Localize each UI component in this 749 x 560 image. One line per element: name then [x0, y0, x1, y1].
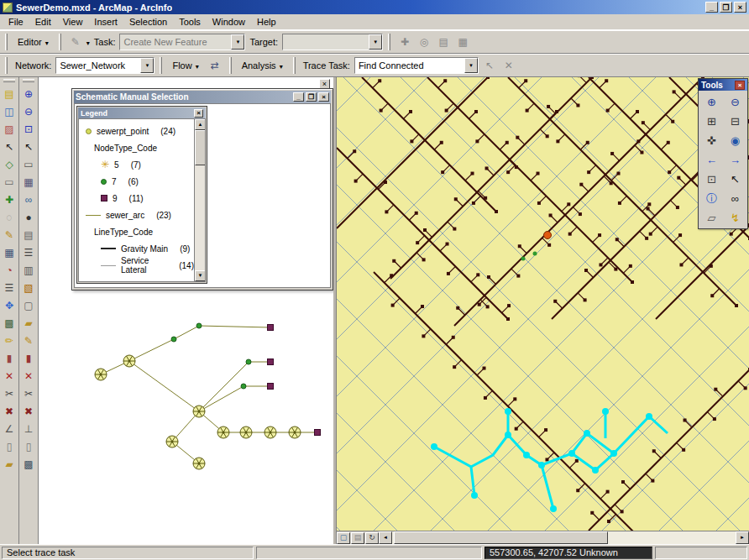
fixed-zoom-in-button[interactable]: ⊞ — [700, 112, 723, 130]
anchor-button[interactable]: ⊥ — [20, 421, 37, 437]
select-pointer-button[interactable]: ↖ — [20, 139, 37, 154]
schematic-window-titlebar[interactable]: Schematic Manual Selection _ ❐ × — [74, 91, 331, 103]
table-button[interactable]: ▤ — [20, 227, 37, 243]
select-features-button[interactable]: ⊡ — [700, 170, 723, 188]
delete-button[interactable]: ✕ — [1, 368, 18, 384]
list-button[interactable]: ☰ — [1, 280, 18, 296]
map-canvas[interactable] — [337, 77, 749, 531]
remove-button[interactable]: ✖ — [20, 403, 37, 419]
folder-button[interactable]: ▰ — [1, 456, 18, 472]
folder-open-button[interactable]: ▰ — [20, 315, 37, 331]
rotate-button[interactable]: ◔ — [1, 262, 18, 278]
schematic-close-button[interactable]: × — [318, 92, 329, 102]
combo-dropdown-icon[interactable] — [464, 58, 478, 73]
combo-dropdown-icon[interactable] — [140, 58, 154, 73]
menu-window[interactable]: Window — [207, 15, 251, 29]
snap-grid-button[interactable]: ▦ — [20, 174, 37, 190]
pencil-button[interactable]: ✏ — [1, 332, 18, 348]
fixed-zoom-out-button[interactable]: ⊟ — [724, 112, 746, 130]
print-button[interactable]: ▥ — [20, 262, 37, 278]
flow-menu-button[interactable]: Flow — [167, 58, 203, 73]
refresh-view-button[interactable]: ↻ — [365, 532, 379, 544]
overlay-button[interactable]: ▩ — [20, 456, 37, 472]
identify-button[interactable]: ⓘ — [700, 189, 723, 207]
analysis-menu-button[interactable]: Analysis — [237, 58, 288, 73]
legend-scroll-track[interactable] — [195, 130, 205, 270]
toolbar-grip[interactable] — [5, 57, 8, 74]
close-shape-button[interactable]: ✖ — [1, 403, 18, 419]
add-layer-button[interactable]: ◫ — [1, 103, 18, 119]
toolbar-grip[interactable] — [160, 57, 162, 74]
go-back-button[interactable]: ← — [700, 150, 723, 169]
zoom-out-button[interactable]: ⊖ — [724, 92, 746, 111]
zoom-box-button[interactable]: ⊡ — [20, 121, 37, 137]
paste-button[interactable]: ▯ — [20, 438, 37, 454]
tools-palette-titlebar[interactable]: Tools × — [699, 79, 747, 91]
layout-view-button[interactable]: ▤ — [351, 532, 364, 544]
schematic-minimize-button[interactable]: _ — [293, 92, 304, 102]
network-combobox[interactable]: Sewer_Network — [55, 57, 155, 74]
sketch-tool-button[interactable]: ✎ — [66, 33, 85, 51]
close-button[interactable]: × — [734, 2, 746, 13]
list-view-button[interactable]: ☰ — [20, 244, 37, 260]
eraser-button[interactable]: ▮ — [1, 350, 18, 366]
toolbar-grip[interactable] — [59, 34, 61, 50]
chart-button[interactable]: ▧ — [20, 280, 37, 296]
measure-button[interactable]: ▱ — [700, 208, 723, 227]
scroll-down-icon[interactable]: ▼ — [195, 270, 206, 281]
schematic-maximize-button[interactable]: ❐ — [306, 92, 317, 102]
toolbar-grip[interactable] — [388, 34, 390, 50]
clear-results-button[interactable]: ✕ — [500, 56, 518, 75]
legend-scroll-thumb[interactable] — [195, 130, 206, 165]
sketch-button[interactable]: ✎ — [1, 227, 18, 243]
maximize-button[interactable]: ❐ — [720, 2, 732, 13]
crosshair-button[interactable]: ✚ — [395, 33, 414, 51]
scissors-button[interactable]: ✂ — [20, 385, 37, 401]
map-scroll-track[interactable] — [392, 531, 736, 544]
schematic-canvas[interactable] — [39, 294, 336, 542]
target-point-button[interactable]: ◎ — [415, 33, 433, 51]
chevron-down-icon[interactable] — [86, 37, 90, 47]
find-button[interactable]: ∞ — [724, 189, 746, 207]
toolbar-grip[interactable] — [5, 34, 8, 50]
editor-menu-button[interactable]: Editor — [13, 34, 54, 50]
add-feature-button[interactable]: ✚ — [1, 191, 18, 207]
point-button[interactable]: ● — [20, 209, 37, 225]
task-combobox[interactable]: Create New Feature — [119, 34, 245, 50]
data-view-button[interactable]: ▢ — [337, 532, 350, 544]
toolbar-grip[interactable] — [3, 79, 15, 82]
move-button[interactable]: ✥ — [1, 297, 18, 313]
pointer-button[interactable]: ↖ — [1, 139, 18, 154]
toolbar-grip[interactable] — [293, 57, 296, 74]
new-map-button[interactable]: ▤ — [1, 86, 18, 102]
pan-button[interactable]: ✜ — [700, 131, 723, 149]
go-forward-button[interactable]: → — [724, 150, 746, 169]
vertex-button[interactable]: ◇ — [1, 156, 18, 172]
menu-selection[interactable]: Selection — [123, 15, 173, 29]
menu-file[interactable]: File — [3, 15, 29, 29]
legend-close-button[interactable]: × — [194, 109, 203, 118]
map-scroll-thumb[interactable] — [394, 531, 608, 544]
menu-view[interactable]: View — [57, 15, 89, 29]
angle-button[interactable]: ∠ — [1, 421, 18, 437]
cut-button[interactable]: ✂ — [1, 385, 18, 401]
erase-button[interactable]: ✕ — [20, 368, 37, 384]
circle-button[interactable]: ◌ — [1, 209, 18, 225]
zoom-out-button[interactable]: ⊖ — [20, 103, 37, 119]
combo-dropdown-icon[interactable] — [231, 34, 244, 50]
menu-edit[interactable]: Edit — [29, 15, 57, 29]
legend-titlebar[interactable]: Legend × — [78, 107, 206, 118]
tools-close-button[interactable]: × — [735, 81, 745, 90]
minimize-button[interactable]: _ — [705, 2, 718, 13]
full-extent-button[interactable]: ◉ — [724, 131, 746, 149]
legend-scrollbar[interactable]: ▲ ▼ — [194, 119, 205, 281]
select-elements-button[interactable]: ↖ — [724, 170, 746, 188]
layers-button[interactable]: ▩ — [1, 315, 18, 331]
target-combobox[interactable] — [282, 34, 383, 50]
link-button[interactable]: ∞ — [20, 191, 37, 207]
scroll-up-icon[interactable]: ▲ — [195, 119, 206, 130]
marquee-button[interactable]: ▭ — [20, 156, 37, 172]
menu-tools[interactable]: Tools — [173, 15, 207, 29]
scroll-right-icon[interactable]: ► — [736, 531, 749, 544]
trace-task-combobox[interactable]: Find Connected — [354, 57, 479, 74]
